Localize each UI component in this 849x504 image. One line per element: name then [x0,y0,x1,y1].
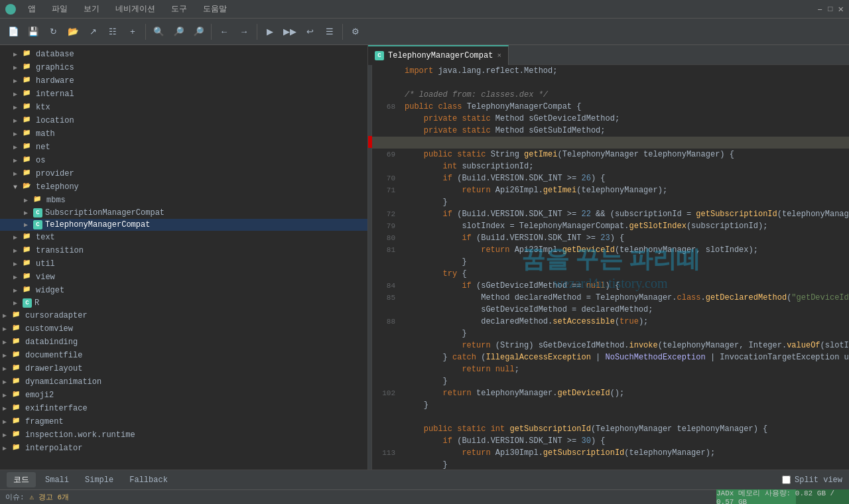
toolbar-search[interactable]: 🔍 [149,23,168,41]
toolbar-run[interactable]: ▶ [261,23,279,41]
line-number [372,407,402,407]
toolbar-settings[interactable]: ⚙ [346,23,365,41]
line-number [372,84,402,85]
tree-item-TelephonyManagerCompat[interactable]: ▶ C TelephonyManagerCompat [0,219,367,231]
tree-item-hardware[interactable]: ▶ 📁 hardware [0,74,367,88]
btab-code[interactable]: 코드 [7,472,36,487]
tree-item-cursoradapter[interactable]: ▶ 📁 cursoradapter [0,309,367,322]
tree-item-text[interactable]: ▶ 📁 text [0,231,367,244]
tree-item-mbms[interactable]: ▶ 📁 mbms [0,194,367,207]
code-line: 81 return Api23Impl.getDeviceId(telephon… [372,244,849,256]
tree-arrow-R: ▶ [13,299,23,307]
line-content: Method declaredMethod = TelephonyManager… [402,292,849,304]
tree-item-ktx[interactable]: ▶ 📁 ktx [0,101,367,114]
tree-item-internal[interactable]: ▶ 📁 internal [0,88,367,101]
code-line: 80 if (Build.VERSION.SDK_INT >= 23) { [372,232,849,244]
tree-item-interpolator[interactable]: ▶ 📁 interpolator [0,442,367,455]
line-content: } [402,459,849,470]
folder-icon-location: 📁 [23,115,33,126]
toolbar-forward[interactable]: → [235,23,253,41]
line-content: private static Method sGetSubIdMethod; [402,125,849,137]
tree-item-os[interactable]: ▶ 📁 os [0,154,367,167]
tree-item-databinding[interactable]: ▶ 📁 databinding [0,336,367,349]
code-view[interactable]: 꿈을 꾸는 파리떼 wezard4u.tistory.com import ja… [372,65,849,470]
toolbar-open[interactable]: 📂 [64,23,82,41]
tree-label-database: database [36,50,74,59]
toolbar-search-next[interactable]: 🔎 [189,23,208,41]
btab-fallback[interactable]: Fallback [123,473,174,487]
line-number [372,168,402,168]
line-content: public class TelephonyManagerCompat { [402,101,849,113]
split-view-checkbox[interactable] [782,475,791,484]
menu-tools[interactable]: 도구 [167,2,191,16]
folder-icon-ktx: 📁 [23,102,33,113]
tab-TelephonyManagerCompat[interactable]: C TelephonyManagerCompat × [368,45,509,65]
tree-item-SubscriptionManagerCompat[interactable]: ▶ C SubscriptionManagerCompat [0,207,367,219]
toolbar-new[interactable]: 📄 [4,23,23,41]
btab-smali[interactable]: Smali [38,473,76,487]
folder-icon-databinding: 📁 [12,337,23,347]
status-memory: JADx 메모리 사용량: 0.82 GB / 0.57 GB [716,489,849,504]
tree-item-provider[interactable]: ▶ 📁 provider [0,167,367,180]
tree-item-math[interactable]: ▶ 📁 math [0,127,367,141]
tree-arrow-internal: ▶ [13,90,23,98]
tree-item-R[interactable]: ▶ C R [0,297,367,309]
tree-arrow-customview: ▶ [3,325,12,333]
code-line: int subscriptionId; [372,160,849,172]
toolbar-search-prev[interactable]: 🔎 [169,23,188,41]
toolbar-layout[interactable]: ☷ [103,23,122,41]
tree-item-customview[interactable]: ▶ 📁 customview [0,322,367,336]
menu-file[interactable]: 파일 [48,2,72,16]
toolbar-save[interactable]: 💾 [24,23,42,41]
line-content: /* loaded from: classes.dex */ [402,89,849,101]
toolbar-export[interactable]: ↗ [84,23,102,41]
folder-icon-drawerlayout: 📁 [12,363,23,374]
window-minimize[interactable]: – [817,4,822,15]
tree-item-widget[interactable]: ▶ 📁 widget [0,284,367,297]
line-number: 88 [372,317,402,326]
tree-item-fragment[interactable]: ▶ 📁 fragment [0,415,367,428]
tree-item-dynamicanimation[interactable]: ▶ 📁 dynamicanimation [0,375,367,389]
tab-close-btn[interactable]: × [497,52,501,60]
toolbar-decompile[interactable]: ▶▶ [281,23,299,41]
toolbar-back[interactable]: ← [215,23,233,41]
btab-simple[interactable]: Simple [78,473,120,487]
toolbar-refresh[interactable]: ↻ [44,23,62,41]
status-issues-label: 이슈: [5,492,25,502]
tree-arrow-math: ▶ [13,130,23,138]
tree-item-documentfile[interactable]: ▶ 📁 documentfile [0,349,367,362]
tree-item-graphics[interactable]: ▶ 📁 graphics [0,61,367,74]
line-content: if (Build.VERSION.SDK_INT >= 22 && (subs… [402,208,849,220]
tree-arrow-view: ▶ [13,273,23,281]
tree-label-telephony: telephony [36,182,79,192]
code-line: 84 if (sGetDeviceIdMethod == null) { [372,280,849,292]
menu-help[interactable]: 도움말 [199,2,231,16]
status-bar: 이슈: ⚠ 경고 6개 JADx 메모리 사용량: 0.82 GB / 0.57… [0,489,849,504]
tree-item-view[interactable]: ▶ 📁 view [0,271,367,284]
tree-item-transition[interactable]: ▶ 📁 transition [0,244,367,257]
tree-item-net[interactable]: ▶ 📁 net [0,141,367,154]
window-maximize[interactable]: □ [828,5,832,14]
line-content: sGetDeviceIdMethod = declaredMethod; [402,304,849,316]
tree-item-emoji2[interactable]: ▶ 📁 emoji2 [0,389,367,402]
toolbar-update[interactable]: ↩ [300,23,319,41]
tree-item-inspection[interactable]: ▶ 📁 inspection.work.runtime [0,428,367,442]
tree-item-location[interactable]: ▶ 📁 location [0,114,367,127]
line-content: return Api23Impl.getDeviceId(telephonyMa… [402,244,849,256]
line-number: 84 [372,281,402,290]
line-number [372,335,402,336]
tree-item-util[interactable]: ▶ 📁 util [0,257,367,271]
window-close[interactable]: ✕ [838,3,844,15]
menu-app[interactable]: 앱 [24,2,40,16]
menu-view[interactable]: 보기 [80,2,103,16]
folder-icon-view: 📁 [23,272,33,283]
tree-label-provider: provider [36,169,74,178]
toolbar-diff[interactable]: ☰ [320,23,339,41]
tree-item-database[interactable]: ▶ 📁 database [0,48,367,61]
tree-item-drawerlayout[interactable]: ▶ 📁 drawerlayout [0,362,367,375]
tree-item-telephony[interactable]: ▼ 📂 telephony [0,180,367,194]
tree-arrow-ktx: ▶ [13,103,23,111]
menu-navigate[interactable]: 네비게이션 [111,2,159,16]
toolbar-add[interactable]: + [123,23,142,41]
tree-item-exifinterface[interactable]: ▶ 📁 exifinterface [0,402,367,415]
